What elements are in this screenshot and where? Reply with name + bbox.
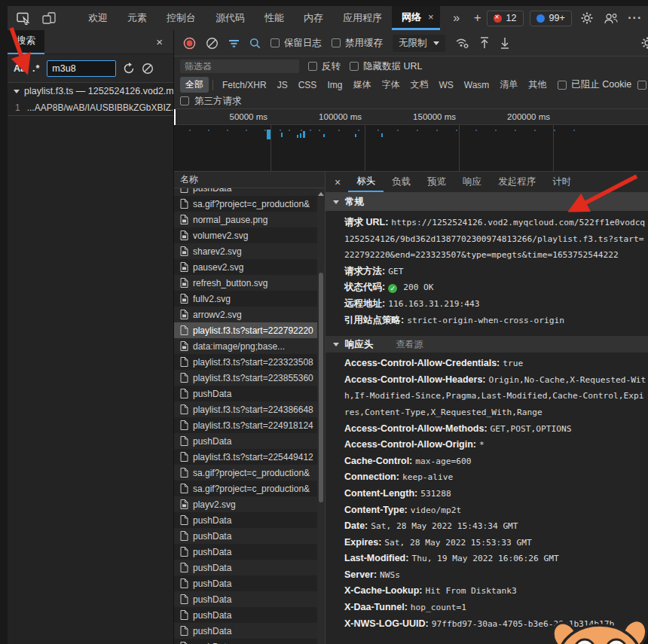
request-row[interactable]: playlist.f3.ts?start=224386648 (174, 401, 325, 417)
filter-input[interactable] (180, 60, 299, 73)
request-row[interactable]: sa.gif?project=c_production& (174, 481, 325, 496)
preserve-log-option[interactable]: 保留日志 (271, 37, 322, 50)
add-tab-icon[interactable]: + (469, 11, 487, 26)
blocked-requests-checkbox[interactable] (637, 81, 646, 90)
request-row[interactable]: volumev2.svg (174, 227, 325, 243)
disable-cache-checkbox[interactable] (332, 38, 341, 47)
hide-data-urls-option[interactable]: 隐藏数据 URL (350, 60, 422, 73)
request-row[interactable]: pushData (174, 575, 325, 591)
filter-type-chip[interactable]: WS (433, 78, 458, 92)
filter-type-chip[interactable]: 文档 (405, 77, 433, 93)
detail-tab[interactable]: 标头 (348, 172, 384, 192)
search-result-match[interactable]: 1 ...AAP8B/wAB/IAUSBIBBkZGbXBIZ... (8, 99, 173, 116)
request-row[interactable]: pushData (174, 512, 325, 528)
search-icon[interactable] (249, 38, 261, 49)
network-settings-gear-icon[interactable] (641, 37, 648, 49)
preserve-log-checkbox[interactable] (271, 38, 280, 47)
top-tab[interactable]: 内存 (294, 6, 333, 30)
export-har-icon[interactable] (500, 37, 510, 49)
request-row[interactable]: sa.gif?project=c_production& (174, 465, 325, 481)
network-conditions-icon[interactable] (455, 37, 469, 49)
record-network-log-button[interactable] (183, 37, 196, 50)
third-party-checkbox[interactable] (180, 96, 189, 105)
top-tab[interactable]: 应用程序 (333, 6, 392, 30)
view-source-link[interactable]: 查看源 (396, 338, 423, 351)
inspect-element-icon[interactable] (14, 10, 33, 26)
hide-data-urls-checkbox[interactable] (350, 62, 359, 71)
disable-cache-option[interactable]: 禁用缓存 (332, 37, 383, 50)
request-row[interactable]: pushData (174, 386, 325, 401)
detail-tab[interactable]: 响应 (454, 172, 490, 192)
close-drawer-icon[interactable]: × (156, 35, 173, 48)
invert-checkbox[interactable] (308, 62, 317, 71)
filter-type-chip[interactable]: 其他 (523, 77, 552, 93)
filter-type-chip[interactable]: 清单 (494, 77, 523, 93)
scrollbar-up-arrow[interactable] (318, 192, 324, 196)
regex-toggle[interactable]: .* (32, 63, 40, 74)
request-row[interactable]: fullv2.svg (174, 291, 325, 307)
filter-type-chip[interactable]: 媒体 (347, 77, 376, 93)
filter-type-chip[interactable]: Fetch/XHR (217, 78, 272, 92)
detail-tab[interactable]: 发起程序 (490, 172, 544, 192)
request-row[interactable]: playlist.f3.ts?start=223323508 (174, 354, 325, 370)
top-tab[interactable]: 性能 (255, 6, 294, 30)
more-options-icon[interactable]: ··· (626, 11, 644, 25)
clear-network-log-button[interactable] (206, 37, 219, 50)
filter-type-chip[interactable]: 字体 (376, 77, 405, 93)
blocked-requests-option[interactable]: 已阻止请求 (637, 78, 648, 91)
request-row[interactable]: data:image/png;base... (174, 338, 325, 354)
throttling-select[interactable]: 无限制 (393, 35, 445, 52)
request-row[interactable]: sa.gif?project=c_production& (174, 196, 325, 212)
top-tab[interactable]: 欢迎 (78, 6, 118, 30)
request-row[interactable]: pushData (174, 528, 325, 544)
request-row[interactable]: pushData (174, 433, 325, 449)
request-row[interactable]: pausev2.svg (174, 259, 325, 275)
request-list-scrollbar[interactable] (317, 188, 325, 644)
close-details-icon[interactable]: × (326, 172, 348, 192)
request-row[interactable]: pushData (174, 623, 325, 639)
blocked-cookies-checkbox[interactable] (558, 81, 567, 90)
filter-type-chip[interactable]: CSS (293, 78, 322, 92)
top-tab[interactable]: 源代码 (206, 6, 255, 30)
request-row[interactable]: pushData (174, 607, 325, 623)
blocked-cookies-option[interactable]: 已阻止 Cookie (558, 78, 631, 91)
filter-type-chip[interactable]: Wasm (459, 78, 495, 92)
refresh-search-icon[interactable] (123, 63, 135, 75)
request-row[interactable]: pushData (174, 591, 325, 607)
filter-type-chip[interactable]: JS (272, 78, 293, 92)
request-row[interactable]: playlist.f3.ts?start=223855360 (174, 370, 325, 386)
search-result-group[interactable]: playlist.f3.ts — 1252524126.vod2.m... (8, 83, 173, 99)
request-row[interactable]: playlist.f3.ts?start=222792220 (174, 322, 325, 338)
settings-gear-icon[interactable] (578, 12, 596, 24)
request-row[interactable]: refresh_button.svg (174, 275, 325, 291)
response-headers-section-header[interactable]: 响应头 查看源 (326, 336, 648, 353)
device-toolbar-icon[interactable] (39, 10, 59, 26)
close-tab-icon[interactable]: × (428, 11, 434, 23)
more-tabs-icon[interactable]: » (448, 11, 466, 25)
profiles-icon[interactable] (602, 13, 620, 24)
filter-type-chip[interactable]: Img (322, 78, 347, 92)
request-row[interactable]: arrowv2.svg (174, 307, 325, 322)
filter-icon[interactable] (228, 38, 240, 48)
issues-counter-badge[interactable]: 99+ (530, 11, 572, 26)
invert-filter-option[interactable]: 反转 (308, 60, 341, 73)
name-column-header[interactable]: 名称 (174, 172, 325, 188)
import-har-icon[interactable] (479, 37, 490, 49)
search-input[interactable] (47, 60, 116, 77)
error-counter-badge[interactable]: 12 (487, 11, 524, 26)
tab-search[interactable]: 搜索 (8, 30, 44, 54)
top-tab[interactable]: 元素 (118, 6, 157, 30)
detail-tab[interactable]: 计时 (544, 172, 579, 192)
request-row[interactable]: playlist.f3.ts?start=224918124 (174, 417, 325, 433)
clear-search-icon[interactable] (142, 63, 154, 75)
match-case-toggle[interactable]: Aa (14, 63, 26, 74)
request-row[interactable]: normal_pause.png (174, 212, 325, 227)
request-row[interactable]: pushData (174, 639, 325, 644)
network-overview-timeline[interactable]: 50000 ms 100000 ms 150000 ms 200000 ms (174, 109, 648, 172)
top-tab[interactable]: 网络× (392, 6, 440, 30)
request-row[interactable]: sharev2.svg (174, 243, 325, 259)
top-tab[interactable]: 控制台 (157, 6, 206, 30)
scrollbar-thumb[interactable] (319, 273, 323, 502)
request-row[interactable]: pushData (174, 560, 325, 575)
request-row[interactable]: playv2.svg (174, 496, 325, 512)
